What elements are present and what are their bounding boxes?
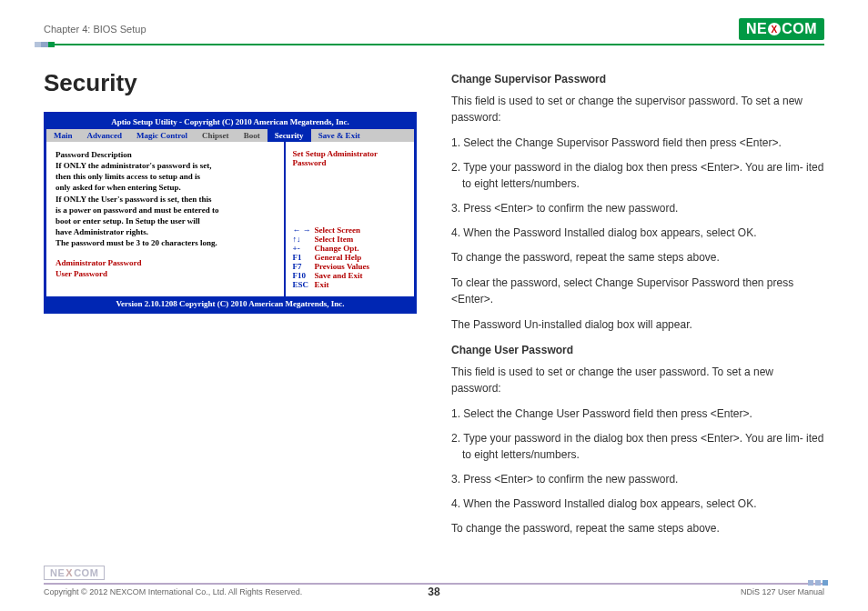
bios-tab-save-exit: Save & Exit <box>311 129 368 142</box>
bios-main-panel: Password Description If ONLY the adminis… <box>46 142 284 296</box>
paragraph: To clear the password, select Change Sup… <box>451 275 824 307</box>
step: 3. Press <Enter> to confirm the new pass… <box>451 200 824 216</box>
logo-x-icon: X <box>768 23 781 35</box>
page-title: Security <box>44 69 417 97</box>
legend-val: General Help <box>315 253 362 262</box>
bios-line: If ONLY the administrator's password is … <box>56 160 275 171</box>
legend-key: F10 <box>293 271 315 280</box>
bios-tab-boot: Boot <box>237 129 267 142</box>
logo-pre: NE <box>746 21 767 37</box>
paragraph: This field is used to set or change the … <box>451 364 824 396</box>
paragraph: The Password Un-installed dialog box wil… <box>451 316 824 333</box>
legend-val: Previous Values <box>315 262 370 271</box>
bios-title-bar: Aptio Setup Utility - Copyright (C) 2010… <box>46 115 414 129</box>
footer-logo: NEXCOM <box>44 566 105 580</box>
legend-val: Select Item <box>315 235 354 244</box>
step: 4. When the Password Installed dialog bo… <box>451 496 824 512</box>
step: 3. Press <Enter> to confirm the new pass… <box>451 471 824 487</box>
bios-version-bar: Version 2.10.1208 Copyright (C) 2010 Ame… <box>46 296 414 311</box>
bios-admin-pw: Administrator Password <box>56 257 275 268</box>
legend-key: F1 <box>293 253 315 262</box>
page-header: Chapter 4: BIOS Setup NE X COM <box>44 18 824 40</box>
bios-line: is a power on password and must be enter… <box>56 205 275 215</box>
paragraph: This field is used to set or change the … <box>451 93 824 125</box>
heading-change-supervisor: Change Supervisor Password <box>451 71 824 87</box>
bios-tabs: Main Advanced Magic Control Chipset Boot… <box>46 129 414 142</box>
bios-line: boot or enter setup. In Setup the user w… <box>56 215 275 226</box>
nexcom-logo: NE X COM <box>739 18 824 40</box>
page-footer: NEXCOM Copyright © 2012 NEXCOM Internati… <box>44 566 824 596</box>
bios-line: have Administrator rights. <box>56 226 275 237</box>
legend-key: ← → <box>293 225 315 235</box>
footer-decor-icon <box>808 580 828 586</box>
paragraph: To change the password, repeat the same … <box>451 249 824 265</box>
doc-text: Change Supervisor Password This field is… <box>451 69 824 546</box>
legend-key: ESC <box>293 280 315 289</box>
page-number: 38 <box>428 586 439 598</box>
footer-rule <box>44 583 824 585</box>
bios-side-help: Set Setup Administrator Password <box>286 142 414 220</box>
logo-post: COM <box>782 21 817 37</box>
step: 2. Type your password in the dialog box … <box>451 159 824 192</box>
legend-val: Select Screen <box>315 225 361 235</box>
step: 1. Select the Change User Password field… <box>451 406 824 422</box>
bios-line: only asked for when entering Setup. <box>56 182 275 193</box>
paragraph: To change the password, repeat the same … <box>451 520 824 536</box>
legend-key: ↑↓ <box>293 235 315 244</box>
bios-line: then this only limits access to setup an… <box>56 171 275 182</box>
bios-tab-chipset: Chipset <box>195 129 237 142</box>
manual-name: NDiS 127 User Manual <box>741 587 824 596</box>
bios-line: If ONLY the User's password is set, then… <box>56 194 275 205</box>
bios-user-pw: User Password <box>56 268 275 279</box>
step: 4. When the Password Installed dialog bo… <box>451 225 824 241</box>
legend-key: F7 <box>293 262 315 271</box>
legend-val: Exit <box>315 280 329 289</box>
copyright: Copyright © 2012 NEXCOM International Co… <box>44 587 302 596</box>
bios-pw-heading: Password Description <box>56 149 275 160</box>
step: 2. Type your password in the dialog box … <box>451 430 824 463</box>
bios-tab-main: Main <box>46 129 80 142</box>
bios-tab-advanced: Advanced <box>80 129 130 142</box>
legend-val: Change Opt. <box>315 244 359 253</box>
bios-screenshot: Aptio Setup Utility - Copyright (C) 2010… <box>44 112 417 314</box>
heading-change-user: Change User Password <box>451 342 824 358</box>
bios-line: The password must be 3 to 20 characters … <box>56 237 275 248</box>
bios-tab-security: Security <box>267 129 311 142</box>
legend-val: Save and Exit <box>315 271 363 280</box>
bios-tab-magic: Magic Control <box>129 129 195 142</box>
step: 1. Select the Change Supervisor Password… <box>451 135 824 151</box>
bios-legend: ← →Select Screen ↑↓Select Item +-Change … <box>286 220 414 296</box>
legend-key: +- <box>293 244 315 253</box>
chapter-label: Chapter 4: BIOS Setup <box>44 24 146 35</box>
header-rule <box>44 44 824 45</box>
